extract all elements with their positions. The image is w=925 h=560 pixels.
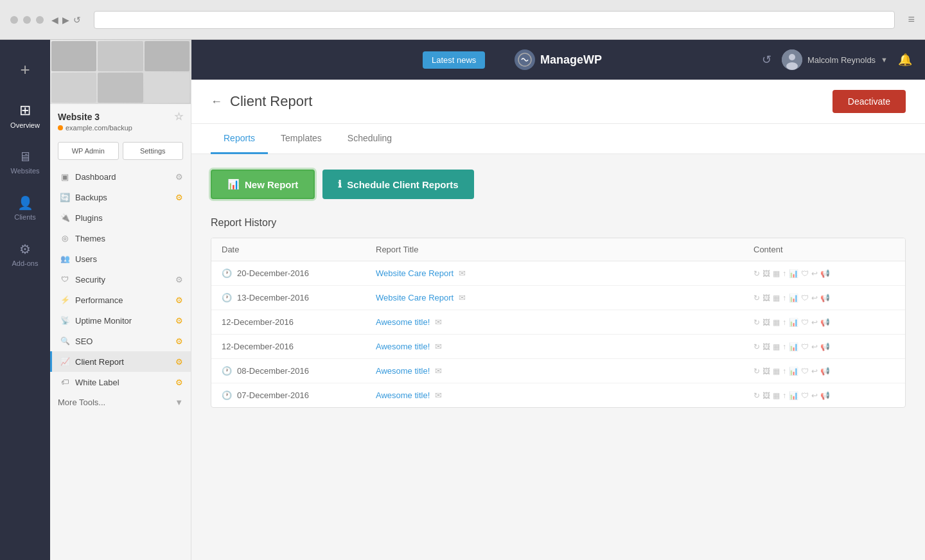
browser-controls — [10, 16, 44, 24]
performance-gear-icon[interactable]: ⚙ — [175, 295, 183, 305]
clients-icon: 👤 — [17, 195, 33, 211]
uptime-gear-icon[interactable]: ⚙ — [175, 316, 183, 326]
report-title-link[interactable]: Website Care Report ✉ — [376, 268, 753, 278]
back-button[interactable]: ← — [211, 95, 222, 109]
content-area: ← Client Report Deactivate Reports Templ… — [191, 80, 925, 560]
website-actions: WP Admin Settings — [50, 138, 191, 166]
report-title-link[interactable]: Website Care Report ✉ — [376, 293, 753, 302]
forward-arrow-browser[interactable]: ▶ — [62, 15, 69, 25]
nav-item-security[interactable]: 🛡 Security ⚙ — [50, 269, 191, 290]
tab-templates[interactable]: Templates — [268, 124, 335, 154]
content-icons: ↻ 🖼 ▦ ↑ 📊 🛡 ↩ 📢 — [753, 318, 895, 327]
address-bar[interactable] — [94, 11, 895, 29]
topbar-refresh-icon[interactable]: ↺ — [762, 53, 771, 67]
white-label-gear-icon[interactable]: ⚙ — [175, 378, 183, 387]
sidebar-label-overview: Overview — [10, 121, 40, 129]
nav-label-performance: Performance — [75, 295, 123, 305]
col-date: Date — [222, 245, 376, 254]
report-title-link[interactable]: Awesome title! ✉ — [376, 342, 753, 351]
top-bar: Latest news ManageWP ↺ — [191, 40, 925, 80]
nav-item-performance[interactable]: ⚡ Performance ⚙ — [50, 290, 191, 310]
deactivate-button[interactable]: Deactivate — [833, 90, 906, 113]
nav-label-security: Security — [75, 275, 105, 284]
nav-item-plugins[interactable]: 🔌 Plugins — [50, 207, 191, 228]
email-icon: ✉ — [435, 390, 442, 400]
backups-icon: 🔄 — [60, 192, 70, 202]
tabs-bar: Reports Templates Scheduling — [191, 124, 925, 154]
report-title-link[interactable]: Awesome title! ✉ — [376, 317, 753, 327]
back-arrow-browser[interactable]: ◀ — [51, 15, 58, 25]
report-title-link[interactable]: Awesome title! ✉ — [376, 390, 753, 400]
nav-label-client-report: Client Report — [75, 357, 124, 367]
nav-item-client-report[interactable]: 📈 Client Report ⚙ — [50, 351, 191, 372]
row-date: 🕐 13-December-2016 — [222, 293, 376, 302]
browser-btn-1 — [10, 16, 18, 24]
more-tools-label: More Tools... — [58, 398, 105, 407]
report-history-title: Report History — [211, 217, 906, 229]
content-body: 📊 New Report ℹ Schedule Client Reports R… — [191, 154, 925, 423]
nav-item-backups[interactable]: 🔄 Backups ⚙ — [50, 187, 191, 207]
browser-chrome: ◀ ▶ ↺ ≡ — [0, 0, 925, 40]
browser-btn-3 — [36, 16, 44, 24]
website-url: example.com/backup — [58, 124, 183, 132]
nav-menu: ▣ Dashboard ⚙ 🔄 Backups ⚙ 🔌 Plugins — [50, 166, 191, 392]
seo-gear-icon[interactable]: ⚙ — [175, 337, 183, 346]
new-report-button[interactable]: 📊 New Report — [211, 170, 315, 199]
nav-item-seo[interactable]: 🔍 SEO ⚙ — [50, 331, 191, 351]
app-logo: ManageWP — [515, 49, 602, 70]
main-content: Latest news ManageWP ↺ — [191, 40, 925, 560]
sidebar-label-clients: Clients — [14, 213, 36, 221]
addons-icon: ⚙ — [19, 241, 31, 257]
nav-item-users[interactable]: 👥 Users — [50, 249, 191, 269]
user-menu[interactable]: Malcolm Reynolds ▼ — [782, 49, 888, 70]
tab-scheduling[interactable]: Scheduling — [335, 124, 405, 154]
security-gear-icon[interactable]: ⚙ — [175, 275, 183, 284]
nav-item-white-label[interactable]: 🏷 White Label ⚙ — [50, 372, 191, 392]
nav-label-uptime: Uptime Monitor — [75, 316, 132, 326]
app-wrapper: + ⊞ Overview 🖥 Websites 👤 Clients ⚙ Add-… — [0, 40, 925, 560]
content-icons: ↻ 🖼 ▦ ↑ 📊 🛡 ↩ 📢 — [753, 293, 895, 302]
performance-icon: ⚡ — [60, 295, 70, 305]
tab-reports[interactable]: Reports — [211, 124, 268, 154]
wp-admin-button[interactable]: WP Admin — [58, 142, 119, 160]
nav-item-dashboard[interactable]: ▣ Dashboard ⚙ — [50, 166, 191, 187]
settings-button[interactable]: Settings — [123, 142, 184, 160]
table-row: 🕐 07-December-2016 Awesome title! ✉ ↻ 🖼 … — [211, 383, 905, 407]
website-info: Website 3 ☆ example.com/backup — [50, 104, 191, 138]
sidebar-item-websites[interactable]: 🖥 Websites — [0, 139, 50, 185]
more-tools-arrow: ▼ — [175, 398, 183, 407]
content-icons: ↻ 🖼 ▦ ↑ 📊 🛡 ↩ 📢 — [753, 367, 895, 376]
notification-bell-icon[interactable]: 🔔 — [898, 53, 912, 67]
themes-icon: ◎ — [60, 233, 70, 243]
backups-gear-icon[interactable]: ⚙ — [175, 193, 183, 202]
nav-item-uptime[interactable]: 📡 Uptime Monitor ⚙ — [50, 310, 191, 331]
sidebar-item-addons[interactable]: ⚙ Add-ons — [0, 231, 50, 277]
add-icon: + — [20, 60, 30, 80]
star-icon[interactable]: ☆ — [174, 110, 183, 123]
table-header: Date Report Title Content — [211, 238, 905, 261]
refresh-browser[interactable]: ↺ — [73, 15, 81, 25]
sidebar-item-add[interactable]: + — [0, 46, 50, 92]
website-panel: Website 3 ☆ example.com/backup WP Admin … — [50, 40, 191, 560]
dashboard-gear-icon[interactable]: ⚙ — [175, 172, 183, 182]
nav-label-white-label: White Label — [75, 378, 119, 387]
client-report-gear-icon[interactable]: ⚙ — [175, 357, 183, 367]
plugins-icon: 🔌 — [60, 213, 70, 223]
nav-label-users: Users — [75, 254, 97, 264]
nav-item-themes[interactable]: ◎ Themes — [50, 228, 191, 249]
report-title-link[interactable]: Awesome title! ✉ — [376, 366, 753, 376]
preview-image — [50, 40, 191, 104]
page-title-area: ← Client Report — [211, 93, 312, 110]
more-tools[interactable]: More Tools... ▼ — [50, 392, 191, 412]
table-row: 🕐 13-December-2016 Website Care Report ✉… — [211, 286, 905, 310]
svg-point-3 — [786, 62, 798, 70]
sidebar-item-overview[interactable]: ⊞ Overview — [0, 92, 50, 139]
sidebar-item-clients[interactable]: 👤 Clients — [0, 185, 50, 231]
website-preview — [50, 40, 191, 104]
schedule-reports-button[interactable]: ℹ Schedule Client Reports — [322, 170, 473, 199]
browser-menu-icon[interactable]: ≡ — [908, 13, 915, 26]
latest-news-button[interactable]: Latest news — [423, 51, 485, 69]
user-name: Malcolm Reynolds — [807, 55, 876, 65]
action-buttons: 📊 New Report ℹ Schedule Client Reports — [211, 170, 906, 199]
sidebar-label-addons: Add-ons — [12, 259, 39, 267]
